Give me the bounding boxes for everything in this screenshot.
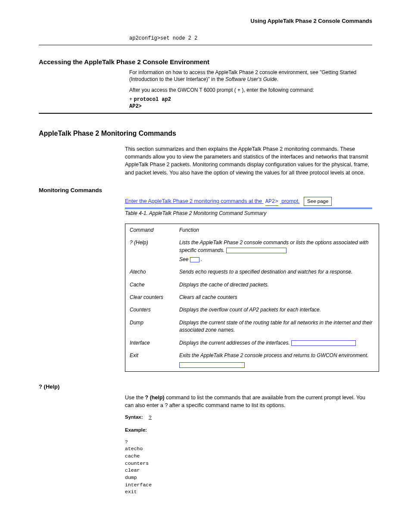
table-row: Cache Displays the cache of directed pac…	[125, 279, 379, 291]
page-ref-box[interactable]	[226, 248, 286, 253]
protocol-cmd: protocol ap2	[134, 96, 171, 103]
monitoring-intro-paragraph: This section summarizes and then explain…	[125, 145, 372, 177]
table-row: Clear counters Clears all cache counters	[125, 291, 379, 304]
section-divider	[39, 113, 372, 114]
table-top-rule	[125, 208, 372, 209]
section-heading-access: Accessing the AppleTalk Phase 2 Console …	[39, 57, 372, 67]
page-ref-box[interactable]	[291, 340, 356, 346]
page-ref-box[interactable]	[179, 362, 245, 368]
monitoring-subhead: Monitoring Commands	[39, 186, 372, 195]
access-text-prefix: For information on how to access the App…	[129, 69, 318, 75]
table-cell-func: Clears all cache counters	[179, 294, 374, 301]
divider	[39, 45, 372, 45]
table-cell-cmd: Counters	[130, 306, 179, 314]
help-command-section: ? (Help) Use the ? (help) command to lis…	[39, 383, 372, 496]
access-paragraph: For information on how to access the App…	[129, 69, 372, 83]
page-running-head: Using AppleTalk Phase 2 Console Commands	[39, 17, 372, 25]
table-cell-func: Displays the cache of directed packets.	[179, 281, 374, 289]
syntax-line: Syntax: ?	[125, 414, 372, 421]
ap2-prompt-inline: AP2>	[265, 198, 278, 206]
protocol-line: + protocol ap2	[129, 96, 372, 103]
table-cell-cmd: Clear counters	[130, 294, 179, 301]
syntax-value: ?	[149, 414, 152, 420]
t6000-label-end: ), enter the following command:	[240, 87, 314, 93]
table-intro-suffix: prompt.	[280, 198, 300, 204]
table-row: Interface Displays the current addresses…	[125, 337, 379, 349]
table-cell-cmd: Atecho	[130, 268, 179, 276]
example-label: Example:	[125, 426, 372, 434]
ap2-prompt-text: AP2>	[129, 103, 142, 109]
table-header-command: Command	[130, 227, 179, 234]
syntax-label: Syntax:	[125, 414, 147, 421]
t6000-label: After you access the GWCON T 6000 prompt…	[129, 87, 237, 93]
table-cell-cmd: ? (Help)	[130, 239, 179, 263]
table-inline-period: .	[199, 256, 202, 262]
table-cell-func: Displays the overflow count of AP2 packe…	[179, 306, 374, 314]
table-caption: Table 4-1. AppleTalk Phase 2 Monitoring …	[125, 210, 372, 217]
table-cell-cmd: Exit	[130, 352, 179, 369]
t6000-prompt-block: After you access the GWCON T 6000 prompt…	[129, 87, 372, 94]
table-row: Atecho Sends echo requests to a specifie…	[125, 266, 379, 278]
table-intro-prefix: Enter the AppleTalk Phase 2 monitoring c…	[125, 198, 264, 204]
table-cell-func: Displays the current addresses of the in…	[179, 339, 374, 347]
table-func-text: Exits the AppleTalk Phase 2 console proc…	[179, 352, 368, 358]
table-header-row: Command Function	[125, 224, 379, 236]
table-inline-see: See	[179, 256, 190, 262]
help-command-title: ? (Help)	[39, 383, 372, 391]
table-func-text: Displays the current addresses of the in…	[179, 340, 291, 346]
access-book-title: Software User's Guide.	[225, 76, 278, 82]
ap2-prompt-display: AP2>	[129, 103, 372, 110]
table-header-function: Function	[179, 227, 374, 234]
help-desc-prefix: Use the	[125, 395, 145, 401]
help-command-description: Use the ? (help) command to list the com…	[125, 394, 366, 409]
table-cell-cmd: Dump	[130, 319, 179, 334]
prev-example-code: ap2config>set node 2 2	[129, 35, 372, 42]
table-cell-func: Exits the AppleTalk Phase 2 console proc…	[179, 352, 374, 369]
access-text-suffix: in the	[211, 76, 225, 82]
table-cell-func: Displays the current state of the routin…	[179, 319, 374, 334]
table-row: Counters Displays the overflow count of …	[125, 304, 379, 316]
help-desc-bold: ? (help)	[145, 395, 165, 401]
table-row: ? (Help) Lists the AppleTalk Phase 2 con…	[125, 236, 379, 266]
table-cell-cmd: Interface	[130, 339, 179, 347]
table-cell-cmd: Cache	[130, 281, 179, 289]
table-intro-line: Enter the AppleTalk Phase 2 monitoring c…	[125, 197, 372, 207]
page-ref-box[interactable]	[190, 257, 199, 262]
example-code-block: ? atecho cache counters clear dump inter…	[125, 439, 372, 496]
table-row: Exit Exits the AppleTalk Phase 2 console…	[125, 349, 379, 371]
section-heading-monitoring: AppleTalk Phase 2 Monitoring Commands	[39, 128, 372, 138]
command-summary-table: Command Function ? (Help) Lists the Appl…	[125, 224, 379, 372]
table-row: Dump Displays the current state of the r…	[125, 317, 379, 337]
see-page-box[interactable]: See page	[304, 197, 332, 206]
table-cell-func: Lists the AppleTalk Phase 2 console comm…	[179, 239, 374, 263]
table-cell-func: Sends echo requests to a specified desti…	[179, 268, 374, 276]
plus-icon: +	[129, 96, 132, 103]
